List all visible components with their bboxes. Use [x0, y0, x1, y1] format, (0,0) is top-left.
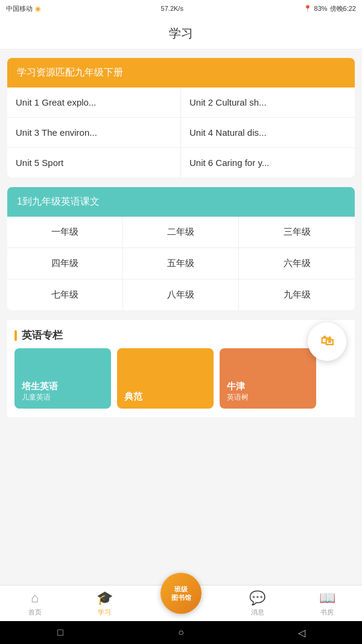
english-card-pearson[interactable]: 培生英语 儿童英语 — [14, 348, 111, 409]
android-back-btn[interactable]: ◁ — [287, 627, 317, 639]
english-card-typical[interactable]: 典范 — [117, 348, 214, 409]
center-fab-line1: 班级 — [174, 585, 188, 593]
unit-2[interactable]: Unit 2 Cultural sh... — [181, 88, 355, 118]
float-shopping-btn[interactable]: 🛍 — [308, 322, 346, 361]
grade-7[interactable]: 七年级 — [7, 279, 123, 310]
home-icon: ⌂ — [31, 590, 39, 606]
location-icon: 📍 — [303, 5, 312, 13]
page-title: 学习 — [0, 17, 362, 49]
units-grid: Unit 1 Great explo... Unit 2 Cultural sh… — [7, 88, 355, 177]
status-bar: 中国移动 ◉ 57.2K/s 📍 83% 傍晚6:22 — [0, 0, 362, 17]
android-home-btn[interactable]: ○ — [166, 627, 196, 638]
center-fab-line2: 图书馆 — [171, 593, 191, 602]
nav-bookroom[interactable]: 📖 书房 — [293, 587, 362, 620]
grade-9[interactable]: 九年级 — [239, 279, 355, 310]
english-section-header: 英语专栏 🛍 — [7, 320, 355, 348]
unit-6[interactable]: Unit 6 Caring for y... — [181, 148, 355, 177]
shopping-icon: 🛍 — [320, 333, 334, 349]
english-card-oxford[interactable]: 牛津 英语树 — [220, 348, 316, 409]
unit-1[interactable]: Unit 1 Great explo... — [7, 88, 181, 118]
bookroom-icon: 📖 — [319, 590, 335, 606]
study-icon: 🎓 — [97, 590, 113, 606]
time-label: 傍晚6:22 — [330, 4, 356, 13]
grade-5[interactable]: 五年级 — [123, 248, 239, 279]
nav-bookroom-label: 书房 — [320, 608, 334, 617]
english-section: 英语专栏 🛍 培生英语 儿童英语 典范 牛津 英语树 — [7, 320, 355, 417]
grade-8[interactable]: 八年级 — [123, 279, 239, 310]
grade-4[interactable]: 四年级 — [7, 248, 123, 279]
status-left: 中国移动 ◉ — [6, 4, 41, 13]
center-fab-button[interactable]: 班级 图书馆 — [160, 573, 202, 614]
unit-3[interactable]: Unit 3 The environ... — [7, 118, 181, 148]
message-icon: 💬 — [249, 590, 265, 606]
status-speed: 57.2K/s — [161, 5, 183, 12]
grade-2[interactable]: 二年级 — [123, 217, 239, 248]
unit-4[interactable]: Unit 4 Natural dis... — [181, 118, 355, 148]
english-cards-container: 培生英语 儿童英语 典范 牛津 英语树 — [7, 348, 355, 417]
carrier-label: 中国移动 — [6, 4, 33, 13]
nav-study-label: 学习 — [98, 608, 111, 617]
center-fab-circle: 班级 图书馆 — [160, 573, 202, 614]
grades-section-header: 1到九年级英语课文 — [7, 187, 355, 217]
grades-grid: 一年级 二年级 三年级 四年级 五年级 六年级 七年级 八年级 九年级 — [7, 217, 355, 310]
android-recent-btn[interactable]: □ — [45, 627, 75, 638]
main-content: 学习资源匹配九年级下册 Unit 1 Great explo... Unit 2… — [0, 49, 362, 426]
units-section-card: 学习资源匹配九年级下册 Unit 1 Great explo... Unit 2… — [7, 58, 355, 177]
battery-label: 83% — [314, 5, 328, 12]
nav-home-label: 首页 — [28, 608, 42, 617]
nav-message-label: 消息 — [251, 608, 264, 617]
android-nav-bar: □ ○ ◁ — [0, 621, 362, 644]
units-section-header: 学习资源匹配九年级下册 — [7, 58, 355, 88]
grades-section-card: 1到九年级英语课文 一年级 二年级 三年级 四年级 五年级 六年级 七年级 八年… — [7, 187, 355, 310]
nav-home[interactable]: ⌂ 首页 — [0, 587, 69, 620]
nav-message[interactable]: 💬 消息 — [223, 587, 292, 620]
grade-1[interactable]: 一年级 — [7, 217, 123, 248]
grade-6[interactable]: 六年级 — [239, 248, 355, 279]
grade-3[interactable]: 三年级 — [239, 217, 355, 248]
unit-5[interactable]: Unit 5 Sport — [7, 148, 181, 177]
nav-study[interactable]: 🎓 学习 — [69, 587, 139, 620]
signal-icon: ◉ — [35, 5, 41, 13]
status-right: 📍 83% 傍晚6:22 — [303, 4, 356, 13]
